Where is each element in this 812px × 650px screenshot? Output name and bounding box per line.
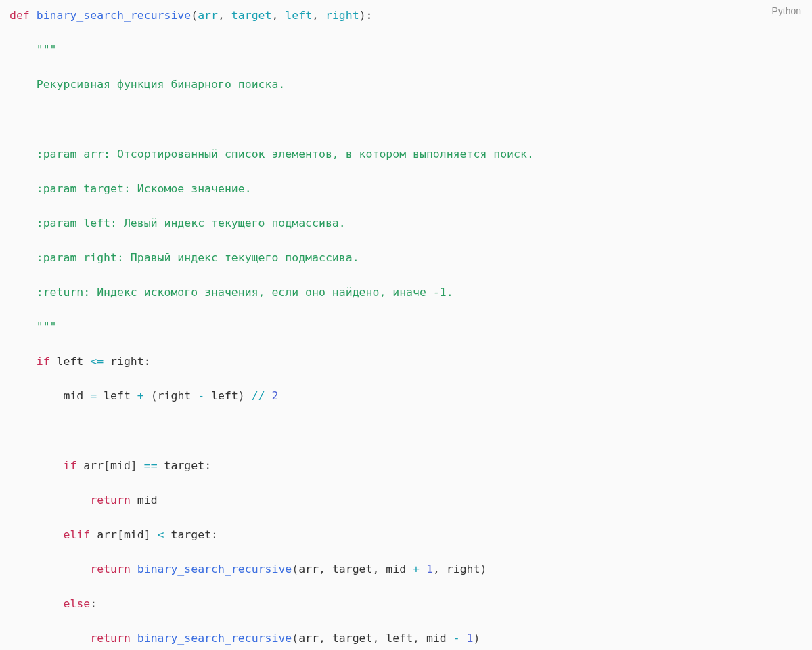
code-content: def binary_search_recursive(arr, target,… [9,7,803,650]
code-block: Python def binary_search_recursive(arr, … [0,0,812,650]
